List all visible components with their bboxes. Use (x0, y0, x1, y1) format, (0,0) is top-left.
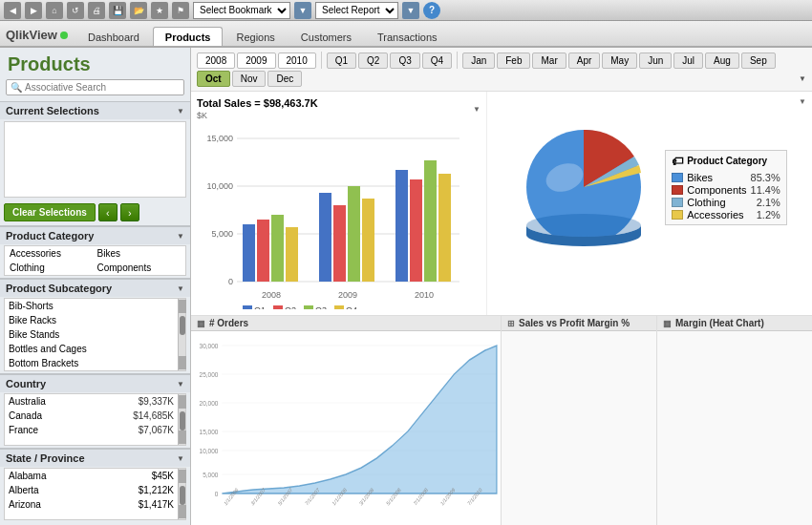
country-scrollbar[interactable] (178, 394, 185, 445)
product-category-arrow: ▼ (177, 232, 184, 241)
month-mar[interactable]: Mar (532, 52, 566, 69)
state-list-wrapper: Alabama $45K Alberta $1,212K Arizona $1,… (4, 468, 186, 520)
subcategory-bottles[interactable]: Bottles and Cages (5, 342, 178, 356)
subcategory-bottom-brackets[interactable]: Bottom Brackets (5, 356, 178, 370)
subcategory-bike-racks[interactable]: Bike Racks (5, 313, 178, 327)
sales-profit-chart: ⊞ Sales vs Profit Margin % (502, 316, 657, 525)
search-box[interactable]: 🔍 (6, 79, 184, 95)
app-logo: QlikView (6, 28, 68, 42)
month-oct[interactable]: Oct (197, 71, 230, 87)
save-icon[interactable]: 💾 (109, 2, 126, 19)
country-france[interactable]: France $7,067K (5, 423, 178, 437)
tab-customers[interactable]: Customers (288, 27, 364, 46)
report-arrow[interactable]: ▼ (402, 2, 419, 19)
month-jun[interactable]: Jun (639, 52, 672, 69)
year-2010[interactable]: 2010 (278, 52, 316, 69)
month-apr[interactable]: Apr (568, 52, 601, 69)
product-category-row-2[interactable]: Clothing Components (5, 261, 185, 275)
svg-rect-11 (286, 227, 298, 282)
state-scrollbar[interactable] (178, 469, 185, 519)
svg-rect-8 (243, 224, 255, 282)
tab-transactions[interactable]: Transactions (365, 27, 450, 46)
category-components[interactable]: Components (96, 262, 183, 274)
state-alberta[interactable]: Alberta $1,212K (5, 483, 178, 497)
tab-products[interactable]: Products (153, 27, 224, 46)
category-accessories[interactable]: Accessories (8, 247, 96, 260)
state-alabama[interactable]: Alabama $45K (5, 469, 178, 483)
legend-components: Components 11.4% (672, 184, 780, 196)
filter-bar: 2008 2009 2010 Q1 Q2 Q3 Q4 Jan Feb Mar A… (191, 48, 812, 92)
prev-selection-button[interactable]: ‹ (98, 203, 118, 221)
month-aug[interactable]: Aug (705, 52, 739, 69)
country-australia[interactable]: Australia $9,337K (5, 394, 178, 409)
flag-icon[interactable]: ⚑ (172, 2, 189, 19)
svg-rect-18 (424, 160, 437, 282)
state-arizona[interactable]: Arizona $1,417K (5, 497, 178, 512)
year-2009[interactable]: 2009 (237, 52, 275, 69)
month-dec[interactable]: Dec (267, 71, 302, 87)
bar-chart-container: Total Sales = $98,463.7K $K ▼ 15,000 10,… (191, 92, 487, 315)
svg-rect-25 (273, 305, 283, 309)
quarter-q1[interactable]: Q1 (327, 52, 356, 69)
tab-dashboard[interactable]: Dashboard (75, 27, 152, 46)
legend-bikes: Bikes 85.3% (672, 172, 780, 183)
next-selection-button[interactable]: › (120, 203, 139, 221)
country-list-wrapper: Australia $9,337K Canada $14,685K France… (4, 393, 186, 446)
subcategory-bib-shorts[interactable]: Bib-Shorts (5, 299, 178, 313)
orders-chart-header: ▦ # Orders (191, 316, 501, 331)
print-icon[interactable]: 🖨 (88, 2, 105, 19)
home-icon[interactable]: ⌂ (46, 2, 63, 19)
year-2008[interactable]: 2008 (197, 52, 235, 69)
back-icon[interactable]: ◀ (4, 2, 21, 19)
help-icon[interactable]: ? (423, 2, 440, 19)
filter-bar-arrow[interactable]: ▼ (799, 74, 806, 83)
month-jan[interactable]: Jan (462, 52, 495, 69)
sales-profit-header: ⊞ Sales vs Profit Margin % (502, 316, 656, 331)
month-feb[interactable]: Feb (497, 52, 530, 69)
state-list: Alabama $45K Alberta $1,212K Arizona $1,… (5, 469, 178, 519)
quarter-q2[interactable]: Q2 (358, 52, 388, 69)
svg-text:2009: 2009 (338, 290, 357, 300)
svg-point-32 (526, 214, 641, 237)
bar-chart-menu[interactable]: ▼ (473, 105, 481, 114)
report-select[interactable]: Select Report (315, 2, 398, 19)
logo-dot (60, 32, 68, 39)
svg-rect-29 (334, 305, 344, 309)
product-subcategory-section: Product Subcategory ▼ Bib-Shorts Bike Ra… (0, 278, 190, 371)
tab-regions[interactable]: Regions (224, 27, 287, 46)
bottom-charts: ▦ # Orders 30,000 25,000 20,000 15,000 1… (191, 315, 812, 525)
category-clothing[interactable]: Clothing (8, 262, 96, 274)
quarter-q4[interactable]: Q4 (422, 52, 452, 69)
svg-text:0: 0 (215, 489, 219, 498)
forward-icon[interactable]: ▶ (25, 2, 42, 19)
month-may[interactable]: May (602, 52, 637, 69)
state-province-header[interactable]: State / Province ▼ (0, 449, 190, 467)
product-category-row-1[interactable]: Accessories Bikes (5, 246, 185, 261)
quarter-q3[interactable]: Q3 (390, 52, 419, 69)
country-list: Australia $9,337K Canada $14,685K France… (5, 394, 178, 445)
svg-rect-15 (362, 199, 374, 282)
month-nov[interactable]: Nov (232, 71, 267, 87)
refresh-icon[interactable]: ↺ (67, 2, 84, 19)
bookmark-arrow[interactable]: ▼ (294, 2, 311, 19)
category-bikes[interactable]: Bikes (96, 247, 183, 260)
pie-chart-menu[interactable]: ▼ (799, 97, 806, 106)
svg-text:15,000: 15,000 (206, 134, 233, 143)
svg-rect-10 (271, 215, 284, 282)
country-canada[interactable]: Canada $14,685K (5, 409, 178, 423)
bookmark-select[interactable]: Select Bookmark (193, 2, 290, 19)
month-jul[interactable]: Jul (673, 52, 703, 69)
clear-selections-button[interactable]: Clear Selections (4, 203, 96, 221)
svg-rect-23 (243, 305, 252, 309)
search-input[interactable] (25, 82, 180, 93)
subcategory-bike-stands[interactable]: Bike Stands (5, 327, 178, 342)
svg-text:30,000: 30,000 (200, 341, 219, 350)
subcategory-scrollbar[interactable] (178, 299, 185, 370)
product-subcategory-header[interactable]: Product Subcategory ▼ (0, 279, 190, 297)
open-icon[interactable]: 📂 (130, 2, 147, 19)
star-icon[interactable]: ★ (151, 2, 168, 19)
product-category-header[interactable]: Product Category ▼ (0, 226, 190, 244)
country-header[interactable]: Country ▼ (0, 374, 190, 392)
month-sep[interactable]: Sep (741, 52, 776, 69)
current-selections-header[interactable]: Current Selections ▼ (0, 101, 190, 119)
